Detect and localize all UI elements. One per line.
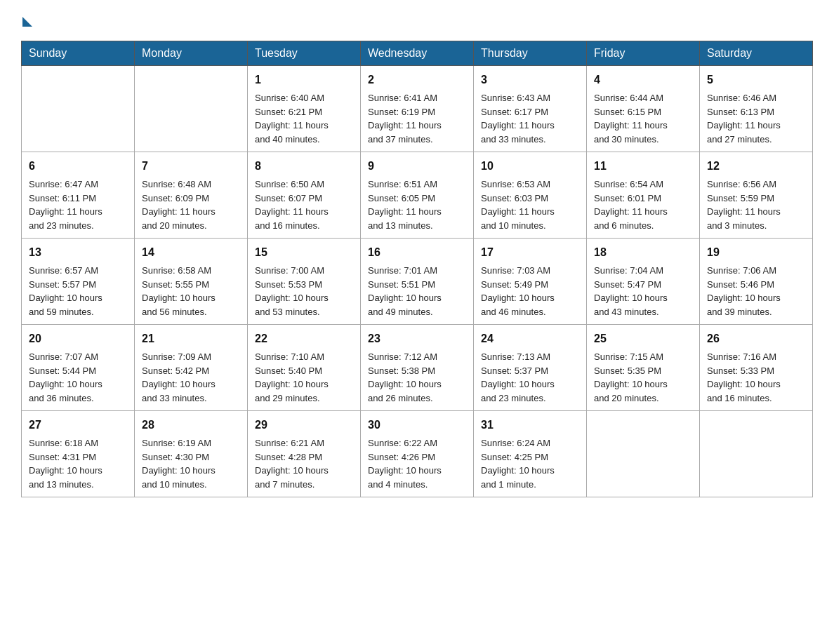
calendar-week-row: 20Sunrise: 7:07 AMSunset: 5:44 PMDayligh… xyxy=(22,325,813,411)
calendar-cell: 7Sunrise: 6:48 AMSunset: 6:09 PMDaylight… xyxy=(135,152,248,239)
calendar-week-row: 27Sunrise: 6:18 AMSunset: 4:31 PMDayligh… xyxy=(22,411,813,497)
day-info: Sunrise: 6:46 AMSunset: 6:13 PMDaylight:… xyxy=(707,91,805,146)
calendar-cell xyxy=(587,411,700,497)
calendar-cell: 1Sunrise: 6:40 AMSunset: 6:21 PMDaylight… xyxy=(248,66,361,152)
day-info: Sunrise: 7:16 AMSunset: 5:33 PMDaylight:… xyxy=(707,350,805,405)
day-info: Sunrise: 7:10 AMSunset: 5:40 PMDaylight:… xyxy=(255,350,353,405)
calendar-table: SundayMondayTuesdayWednesdayThursdayFrid… xyxy=(21,41,813,497)
day-number: 2 xyxy=(368,72,466,88)
calendar-cell: 18Sunrise: 7:04 AMSunset: 5:47 PMDayligh… xyxy=(587,239,700,325)
day-number: 10 xyxy=(481,158,579,175)
calendar-cell xyxy=(700,411,813,497)
day-info: Sunrise: 6:57 AMSunset: 5:57 PMDaylight:… xyxy=(29,264,127,318)
day-number: 1 xyxy=(255,72,353,88)
calendar-cell: 20Sunrise: 7:07 AMSunset: 5:44 PMDayligh… xyxy=(22,325,135,411)
day-number: 22 xyxy=(255,330,353,347)
day-info: Sunrise: 7:04 AMSunset: 5:47 PMDaylight:… xyxy=(594,264,692,318)
day-number: 5 xyxy=(707,72,805,88)
calendar-cell: 31Sunrise: 6:24 AMSunset: 4:25 PMDayligh… xyxy=(474,411,587,497)
day-info: Sunrise: 7:09 AMSunset: 5:42 PMDaylight:… xyxy=(142,350,240,405)
day-number: 23 xyxy=(368,330,466,347)
calendar-cell: 23Sunrise: 7:12 AMSunset: 5:38 PMDayligh… xyxy=(361,325,474,411)
day-info: Sunrise: 6:50 AMSunset: 6:07 PMDaylight:… xyxy=(255,177,353,232)
day-info: Sunrise: 7:07 AMSunset: 5:44 PMDaylight:… xyxy=(29,350,127,405)
day-info: Sunrise: 7:06 AMSunset: 5:46 PMDaylight:… xyxy=(707,264,805,318)
calendar-cell: 27Sunrise: 6:18 AMSunset: 4:31 PMDayligh… xyxy=(22,411,135,497)
calendar-cell: 2Sunrise: 6:41 AMSunset: 6:19 PMDaylight… xyxy=(361,66,474,152)
day-info: Sunrise: 6:21 AMSunset: 4:28 PMDaylight:… xyxy=(255,436,353,491)
calendar-cell: 15Sunrise: 7:00 AMSunset: 5:53 PMDayligh… xyxy=(248,239,361,325)
calendar-cell: 24Sunrise: 7:13 AMSunset: 5:37 PMDayligh… xyxy=(474,325,587,411)
day-info: Sunrise: 7:13 AMSunset: 5:37 PMDaylight:… xyxy=(481,350,579,405)
calendar-cell: 10Sunrise: 6:53 AMSunset: 6:03 PMDayligh… xyxy=(474,152,587,239)
calendar-cell: 29Sunrise: 6:21 AMSunset: 4:28 PMDayligh… xyxy=(248,411,361,497)
calendar-cell: 28Sunrise: 6:19 AMSunset: 4:30 PMDayligh… xyxy=(135,411,248,497)
day-info: Sunrise: 6:24 AMSunset: 4:25 PMDaylight:… xyxy=(481,436,579,491)
day-info: Sunrise: 7:01 AMSunset: 5:51 PMDaylight:… xyxy=(368,264,466,318)
day-number: 18 xyxy=(594,244,692,261)
day-number: 19 xyxy=(707,244,805,261)
calendar-cell: 19Sunrise: 7:06 AMSunset: 5:46 PMDayligh… xyxy=(700,239,813,325)
day-number: 14 xyxy=(142,244,240,261)
weekday-header-thursday: Thursday xyxy=(474,41,587,66)
calendar-cell: 30Sunrise: 6:22 AMSunset: 4:26 PMDayligh… xyxy=(361,411,474,497)
day-number: 17 xyxy=(481,244,579,261)
day-number: 30 xyxy=(368,417,466,434)
day-number: 8 xyxy=(255,158,353,175)
day-number: 20 xyxy=(29,330,127,347)
calendar-cell: 5Sunrise: 6:46 AMSunset: 6:13 PMDaylight… xyxy=(700,66,813,152)
day-number: 26 xyxy=(707,330,805,347)
calendar-cell: 6Sunrise: 6:47 AMSunset: 6:11 PMDaylight… xyxy=(22,152,135,239)
calendar-cell: 14Sunrise: 6:58 AMSunset: 5:55 PMDayligh… xyxy=(135,239,248,325)
day-number: 13 xyxy=(29,244,127,261)
calendar-cell: 17Sunrise: 7:03 AMSunset: 5:49 PMDayligh… xyxy=(474,239,587,325)
calendar-cell: 16Sunrise: 7:01 AMSunset: 5:51 PMDayligh… xyxy=(361,239,474,325)
calendar-cell xyxy=(22,66,135,152)
day-info: Sunrise: 6:58 AMSunset: 5:55 PMDaylight:… xyxy=(142,264,240,318)
day-number: 28 xyxy=(142,417,240,434)
day-number: 31 xyxy=(481,417,579,434)
weekday-header-friday: Friday xyxy=(587,41,700,66)
day-info: Sunrise: 6:53 AMSunset: 6:03 PMDaylight:… xyxy=(481,177,579,232)
calendar-week-row: 6Sunrise: 6:47 AMSunset: 6:11 PMDaylight… xyxy=(22,152,813,239)
weekday-header-saturday: Saturday xyxy=(700,41,813,66)
day-number: 4 xyxy=(594,72,692,88)
calendar-week-row: 13Sunrise: 6:57 AMSunset: 5:57 PMDayligh… xyxy=(22,239,813,325)
day-info: Sunrise: 6:56 AMSunset: 5:59 PMDaylight:… xyxy=(707,177,805,232)
day-info: Sunrise: 6:51 AMSunset: 6:05 PMDaylight:… xyxy=(368,177,466,232)
day-info: Sunrise: 6:18 AMSunset: 4:31 PMDaylight:… xyxy=(29,436,127,491)
day-number: 16 xyxy=(368,244,466,261)
calendar-cell: 21Sunrise: 7:09 AMSunset: 5:42 PMDayligh… xyxy=(135,325,248,411)
weekday-header-sunday: Sunday xyxy=(22,41,135,66)
day-number: 6 xyxy=(29,158,127,175)
day-number: 7 xyxy=(142,158,240,175)
day-number: 11 xyxy=(594,158,692,175)
weekday-header-wednesday: Wednesday xyxy=(361,41,474,66)
calendar-cell: 11Sunrise: 6:54 AMSunset: 6:01 PMDayligh… xyxy=(587,152,700,239)
day-number: 12 xyxy=(707,158,805,175)
day-info: Sunrise: 6:54 AMSunset: 6:01 PMDaylight:… xyxy=(594,177,692,232)
weekday-header-tuesday: Tuesday xyxy=(248,41,361,66)
calendar-cell: 26Sunrise: 7:16 AMSunset: 5:33 PMDayligh… xyxy=(700,325,813,411)
weekday-header-row: SundayMondayTuesdayWednesdayThursdayFrid… xyxy=(22,41,813,66)
day-number: 9 xyxy=(368,158,466,175)
day-number: 27 xyxy=(29,417,127,434)
day-number: 24 xyxy=(481,330,579,347)
day-number: 3 xyxy=(481,72,579,88)
day-info: Sunrise: 6:19 AMSunset: 4:30 PMDaylight:… xyxy=(142,436,240,491)
day-info: Sunrise: 6:41 AMSunset: 6:19 PMDaylight:… xyxy=(368,91,466,146)
calendar-cell: 9Sunrise: 6:51 AMSunset: 6:05 PMDaylight… xyxy=(361,152,474,239)
calendar-cell: 12Sunrise: 6:56 AMSunset: 5:59 PMDayligh… xyxy=(700,152,813,239)
day-number: 29 xyxy=(255,417,353,434)
calendar-cell: 25Sunrise: 7:15 AMSunset: 5:35 PMDayligh… xyxy=(587,325,700,411)
logo xyxy=(21,14,32,27)
day-info: Sunrise: 7:00 AMSunset: 5:53 PMDaylight:… xyxy=(255,264,353,318)
day-number: 21 xyxy=(142,330,240,347)
calendar-cell: 22Sunrise: 7:10 AMSunset: 5:40 PMDayligh… xyxy=(248,325,361,411)
day-info: Sunrise: 6:48 AMSunset: 6:09 PMDaylight:… xyxy=(142,177,240,232)
day-info: Sunrise: 6:22 AMSunset: 4:26 PMDaylight:… xyxy=(368,436,466,491)
day-info: Sunrise: 6:44 AMSunset: 6:15 PMDaylight:… xyxy=(594,91,692,146)
calendar-cell: 3Sunrise: 6:43 AMSunset: 6:17 PMDaylight… xyxy=(474,66,587,152)
day-info: Sunrise: 6:47 AMSunset: 6:11 PMDaylight:… xyxy=(29,177,127,232)
calendar-week-row: 1Sunrise: 6:40 AMSunset: 6:21 PMDaylight… xyxy=(22,66,813,152)
